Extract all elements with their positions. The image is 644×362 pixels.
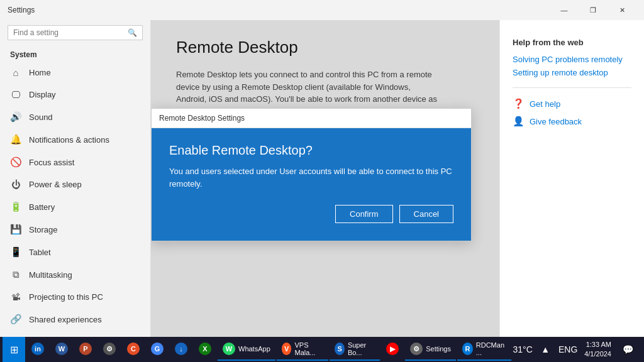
window-controls: — ❐ ✕ [550,0,636,20]
clock-time: 1:33 AM [584,340,611,349]
close-button[interactable]: ✕ [608,0,636,20]
system-section-header: System [0,45,150,62]
sidebar-item-shared[interactable]: 🔗 Shared experiences [0,308,150,331]
super-icon: S [335,343,345,355]
confirm-button[interactable]: Confirm [335,205,393,223]
storage-icon: 💾 [10,224,21,235]
excel-icon: X [199,343,211,355]
taskbar-temp[interactable]: 31°C [513,338,533,361]
sidebar-item-multitasking-label: Multitasking [29,270,72,280]
tablet-icon: 📱 [10,246,21,258]
lang-label: ENG [558,344,577,354]
chrome-icon: C [127,343,140,355]
taskbar-app-youtube[interactable]: ▶ [381,338,404,361]
get-help-icon: ❓ [513,98,525,109]
google-icon: G [151,343,164,355]
focus-icon: 🚫 [10,156,21,168]
help-link-setup-desktop[interactable]: Setting up remote desktop [513,68,631,77]
search-input[interactable] [13,28,125,37]
taskbar-app-download[interactable]: ↓ [170,338,192,361]
sidebar-item-notifications-label: Notifications & actions [29,135,109,145]
app-body: 🔍 System ⌂ Home 🖵 Display 🔊 Sound 🔔 Noti… [0,20,644,337]
display-icon: 🖵 [10,89,21,100]
taskbar-app-super[interactable]: S Super Bo... [330,338,380,361]
sidebar-item-display-label: Display [29,90,56,99]
taskbar-app-settings2[interactable]: ⚙ Settings [405,338,456,361]
get-help-label: Get help [530,99,560,109]
word-icon: W [55,343,68,355]
settings-taskbar-icon: ⚙ [103,343,116,355]
start-button[interactable]: ⊞ [3,337,25,362]
sidebar-item-battery-label: Battery [29,202,55,212]
taskbar-app-rdcman[interactable]: R RDCMan ... [457,338,511,361]
sidebar-item-display[interactable]: 🖵 Display [0,84,150,106]
help-link-remote-problems[interactable]: Solving PC problems remotely [513,55,631,64]
sidebar-item-power-label: Power & sleep [29,180,82,189]
minimize-button[interactable]: — [550,0,579,20]
help-divider [513,87,631,88]
notifications-icon: 🔔 [10,134,21,145]
sidebar-item-notifications[interactable]: 🔔 Notifications & actions [0,128,150,151]
sidebar-item-focus-label: Focus assist [29,158,74,167]
right-panel: Help from the web Solving PC problems re… [499,20,644,337]
temp-label: 31°C [513,344,533,354]
sidebar-item-multitasking[interactable]: ⧉ Multitasking [0,263,150,286]
youtube-icon: ▶ [386,343,399,355]
taskbar-app-google[interactable]: G [146,338,169,361]
shared-icon: 🔗 [10,314,21,325]
sidebar-item-power[interactable]: ⏻ Power & sleep [0,173,150,195]
modal-dialog: Remote Desktop Settings Enable Remote De… [151,108,472,241]
give-feedback-icon: 👤 [513,116,525,127]
taskbar-right: 31°C ▲ ENG 1:33 AM 4/1/2024 💬 [513,338,641,361]
get-help-action[interactable]: ❓ Get help [513,98,631,109]
taskbar-app-linkedin[interactable]: in [26,338,49,361]
download-icon: ↓ [175,343,187,355]
sidebar-item-sound[interactable]: 🔊 Sound [0,106,150,128]
sidebar-item-storage-label: Storage [29,225,58,234]
start-icon: ⊞ [10,344,18,356]
linkedin-icon: in [31,343,44,355]
taskbar-clock[interactable]: 1:33 AM 4/1/2024 [580,340,615,359]
projecting-icon: 📽 [10,292,21,302]
home-icon: ⌂ [10,67,21,78]
taskbar-app-whatsapp[interactable]: W WhatsApp [218,338,275,361]
sidebar-item-battery[interactable]: 🔋 Battery [0,195,150,218]
taskbar-app-chrome[interactable]: C [122,338,145,361]
taskbar: ⊞ in W P ⚙ C G ↓ X W WhatsApp V VPS Mala… [0,337,644,362]
taskbar-app-powerpoint[interactable]: P [74,338,97,361]
search-box[interactable]: 🔍 [8,25,143,40]
modal-backdrop: Remote Desktop Settings Enable Remote De… [151,20,499,337]
app-title: Settings [8,6,35,14]
help-title: Help from the web [513,38,631,47]
modal-description: You and users selected under User accoun… [169,165,453,190]
taskbar-app-vps[interactable]: V VPS Mala... [277,338,328,361]
power-icon: ⏻ [10,179,21,190]
taskbar-app-settings[interactable]: ⚙ [98,338,121,361]
sidebar-item-projecting-label: Projecting to this PC [29,292,103,302]
multitasking-icon: ⧉ [10,269,21,280]
settings2-icon: ⚙ [410,343,423,355]
whatsapp-icon: W [223,343,235,355]
taskbar-notification-btn[interactable]: 💬 [618,338,638,361]
restore-button[interactable]: ❐ [579,0,608,20]
sidebar-item-home[interactable]: ⌂ Home [0,62,150,84]
modal-header: Remote Desktop Settings [152,109,471,128]
taskbar-app-word[interactable]: W [50,338,73,361]
taskbar-app-excel[interactable]: X [194,338,216,361]
clock-date: 4/1/2024 [584,349,611,359]
sidebar-item-tablet[interactable]: 📱 Tablet [0,241,150,263]
give-feedback-action[interactable]: 👤 Give feedback [513,116,631,127]
sidebar-item-focus[interactable]: 🚫 Focus assist [0,151,150,173]
modal-title: Enable Remote Desktop? [169,143,453,158]
sidebar-item-storage[interactable]: 💾 Storage [0,218,150,241]
tray-arrow: ▲ [541,344,550,354]
cancel-button[interactable]: Cancel [399,205,453,223]
ppt-icon: P [79,343,92,355]
search-icon: 🔍 [128,28,137,37]
sidebar-item-tablet-label: Tablet [29,248,51,257]
sound-icon: 🔊 [10,111,21,123]
sidebar-item-projecting[interactable]: 📽 Projecting to this PC [0,286,150,308]
sidebar-item-sound-label: Sound [29,112,53,122]
taskbar-lang[interactable]: ENG [558,338,578,361]
taskbar-tray-icons[interactable]: ▲ [535,338,555,361]
